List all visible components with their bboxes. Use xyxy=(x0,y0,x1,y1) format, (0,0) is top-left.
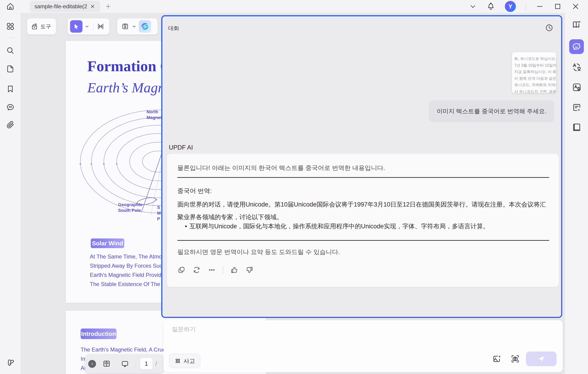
label-south-magnetic-pole: S M P xyxy=(157,204,161,222)
chat-header: 대화 xyxy=(168,25,179,32)
select-dropdown-icon[interactable] xyxy=(84,24,90,29)
search-icon[interactable] xyxy=(6,46,15,55)
atom-icon xyxy=(174,357,181,364)
avatar[interactable]: Y xyxy=(505,1,516,12)
document-tab[interactable]: sample-file-editable(2) xyxy=(30,1,100,12)
attachment-icon[interactable] xyxy=(6,120,15,129)
thinking-mode-button[interactable]: 사고 xyxy=(169,354,200,368)
image-text-line: 유니코드, 국제화와 지역화 xyxy=(514,82,554,88)
response-section-title: 중국어 번역: xyxy=(177,187,212,195)
screenshot-icon[interactable] xyxy=(511,354,520,363)
select-tool-group xyxy=(68,18,109,34)
translate-icon[interactable] xyxy=(572,63,582,72)
new-tab-icon[interactable] xyxy=(105,3,112,10)
history-icon[interactable] xyxy=(545,24,553,32)
presentation-icon[interactable] xyxy=(121,360,129,368)
copy-icon[interactable] xyxy=(177,266,186,274)
thumbs-up-icon[interactable] xyxy=(230,266,238,274)
page-number-input[interactable]: 1 xyxy=(140,358,153,369)
thumbs-down-icon[interactable] xyxy=(245,266,253,274)
response-footer: 필요하시면 영문 번역이나 요약 등도 도와드릴 수 있습니다. xyxy=(177,248,340,256)
doc-subtitle: Earth’s Magn xyxy=(87,79,165,96)
minimize-icon[interactable] xyxy=(536,2,544,11)
reading-mode-icon[interactable] xyxy=(572,122,582,132)
actions-divider xyxy=(223,266,223,274)
page-separator: / xyxy=(155,360,157,367)
cursor-icon xyxy=(73,23,80,30)
solar-wind-badge: Solar Wind xyxy=(91,238,124,248)
send-button[interactable] xyxy=(526,352,556,366)
maximize-icon[interactable] xyxy=(554,2,562,11)
tab-title: sample-file-editable(2) xyxy=(34,3,87,10)
response-actions xyxy=(177,266,253,274)
regenerate-icon[interactable] xyxy=(192,266,201,274)
label-geographic-south-pole: Geographic South Pole xyxy=(118,202,142,213)
introduction-badge: Introduction xyxy=(81,329,116,339)
select-tool-button[interactable] xyxy=(70,20,83,33)
user-message-bubble: 이미지 텍스트를 중국어로 번역해 주세요. xyxy=(429,100,554,122)
chevron-down-icon[interactable] xyxy=(469,2,477,10)
image-text-line: 화, 유니코드로 하십시오. xyxy=(514,55,554,62)
workspace: 도구 Formation O Earth’s Magn xyxy=(21,13,565,374)
chat-input-area: 사고 xyxy=(164,320,563,372)
response-bullet: 互联网与Unicode，国际化与本地化，操作系统和应用程序中的Unicode实现… xyxy=(185,222,543,230)
save-dropdown-icon[interactable] xyxy=(131,24,137,29)
left-sidebar xyxy=(0,13,21,374)
response-intro: 물론입니다! 아래는 이미지의 한국어 텍스트를 중국어로 번역한 내용입니다. xyxy=(177,164,385,172)
notifications-bell-icon[interactable] xyxy=(486,2,495,11)
bookmark-icon[interactable] xyxy=(6,85,15,93)
expand-button[interactable] xyxy=(88,360,96,368)
save-ai-group xyxy=(117,18,158,34)
image-text-line: 이 함께 모여 다음과 같은 xyxy=(514,75,554,82)
page-thumbnails-icon[interactable] xyxy=(6,64,15,73)
image-text-line: 7년 3월 10일부터 12일까지 xyxy=(514,62,554,69)
page-view-icon[interactable] xyxy=(103,360,111,368)
edit-heading-icon[interactable] xyxy=(97,22,105,30)
color-swatch-icon[interactable] xyxy=(6,359,15,367)
ai-chat-panel: 대화 화, 유니코드로 하십시오. 7년 3월 10일부터 12일까지 지금 등… xyxy=(161,15,562,318)
pgbar-divider xyxy=(136,360,136,368)
add-image-icon[interactable] xyxy=(492,354,501,363)
titlebar-divider xyxy=(525,2,526,10)
translate-page-icon[interactable] xyxy=(572,83,582,92)
doc-body-line: In xyxy=(81,356,85,362)
label-north-magnetic: North Magnet xyxy=(147,109,162,120)
ai-form-icon[interactable] xyxy=(572,103,582,112)
home-button[interactable] xyxy=(6,2,15,11)
save-icon[interactable] xyxy=(121,22,129,30)
ai-sender-name: UPDF AI xyxy=(169,144,193,151)
updf-ai-button[interactable] xyxy=(139,20,151,33)
page-navigation-toolbar: 1 / xyxy=(85,354,164,373)
right-sidebar xyxy=(565,13,588,374)
toolbar-divider xyxy=(93,22,94,31)
updf-ai-icon xyxy=(140,21,150,31)
ai-chat-button-active[interactable] xyxy=(569,39,584,54)
response-divider xyxy=(177,177,549,178)
doc-title: Formation O xyxy=(87,57,172,75)
ai-reader-icon[interactable] xyxy=(572,20,582,29)
ai-response-card: 물론입니다! 아래는 이미지의 한국어 텍스트를 중국어로 번역한 내용입니다.… xyxy=(167,154,559,287)
sidebar-divider xyxy=(6,37,14,38)
chat-input[interactable] xyxy=(172,325,447,346)
response-paragraph: 面向世界的对话，请使用Unicode。第10届Unicode国际会议将于1997… xyxy=(177,198,549,224)
apps-grid-icon[interactable] xyxy=(6,22,15,31)
close-window-icon[interactable] xyxy=(571,2,580,11)
toolbox-icon xyxy=(31,23,38,30)
more-icon[interactable] xyxy=(208,266,216,274)
close-tab-icon[interactable] xyxy=(90,3,95,10)
attached-image-bubble[interactable]: 화, 유니코드로 하십시오. 7년 3월 10일부터 12일까지 지금 등록하십… xyxy=(512,52,556,93)
tools-button[interactable]: 도구 xyxy=(27,18,56,34)
home-icon xyxy=(6,2,15,11)
send-icon xyxy=(537,355,545,363)
ai-chat-icon xyxy=(571,42,582,52)
image-text-line: 지금 등록하십시오. 이 회 xyxy=(514,68,554,75)
comment-icon[interactable] xyxy=(6,103,15,112)
tools-label: 도구 xyxy=(41,23,51,30)
image-text-line: 서 유니코드의 구현, 글꼴, xyxy=(514,88,554,93)
thinking-label: 사고 xyxy=(184,357,195,365)
title-bar: sample-file-editable(2) Y xyxy=(0,0,588,13)
response-divider xyxy=(177,240,549,241)
chevron-right-icon xyxy=(90,362,94,366)
